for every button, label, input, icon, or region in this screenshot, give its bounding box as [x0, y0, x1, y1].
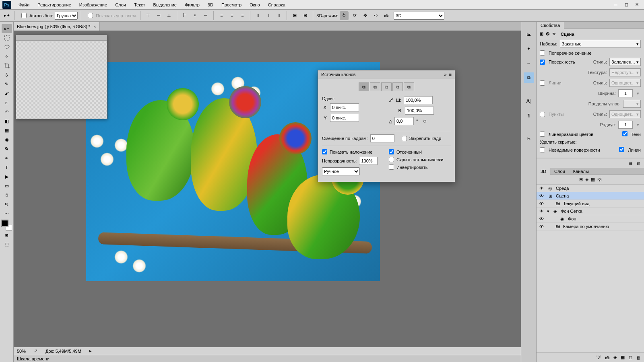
- points-radius-input[interactable]: [618, 121, 633, 129]
- timeline-collapsed[interactable]: Шкала времени: [14, 355, 521, 362]
- filter-material-icon[interactable]: ▦: [591, 177, 595, 182]
- align-vcenter-icon[interactable]: ⊣: [154, 11, 163, 20]
- 3d-roll-icon[interactable]: ⟳: [350, 11, 359, 20]
- menu-image[interactable]: Изображение: [75, 1, 111, 9]
- 3d-orbit-icon[interactable]: ⥁: [340, 11, 349, 20]
- dist-hcenter-icon[interactable]: ⦀: [264, 11, 273, 20]
- visibility-icon[interactable]: 👁︎: [538, 201, 545, 206]
- navigator-panel[interactable]: [16, 35, 107, 119]
- surface-style-select[interactable]: Заполнен...▾: [609, 58, 641, 66]
- window-minimize-button[interactable]: ─: [611, 1, 621, 8]
- lasso-tool[interactable]: [2, 43, 12, 51]
- autoselect-checkbox[interactable]: [21, 13, 27, 18]
- move-tool[interactable]: ▸✦: [2, 24, 12, 33]
- window-close-button[interactable]: ✕: [632, 1, 642, 8]
- menu-select[interactable]: Выделение: [149, 1, 181, 9]
- dock-paragraph-icon[interactable]: ⎓: [524, 58, 534, 68]
- visibility-icon[interactable]: 👁︎: [538, 224, 545, 229]
- linearize-checkbox[interactable]: [540, 132, 545, 137]
- shape-tool[interactable]: ▭: [2, 181, 12, 190]
- new-mesh-icon[interactable]: ◈: [613, 355, 617, 360]
- dodge-tool[interactable]: 🔍︎: [2, 144, 12, 153]
- points-checkbox[interactable]: [540, 112, 545, 117]
- link-icon[interactable]: 🔗︎: [389, 98, 393, 103]
- align-left-icon[interactable]: ⊢: [180, 11, 189, 20]
- scale-w-input[interactable]: [404, 96, 433, 104]
- expand-icon[interactable]: ▾: [547, 209, 549, 214]
- delete-icon[interactable]: 🗑︎: [636, 355, 641, 360]
- opacity-input[interactable]: [359, 157, 378, 165]
- heal-tool[interactable]: ✎: [2, 80, 12, 88]
- pen-tool[interactable]: ✒︎: [2, 154, 12, 162]
- align-bottom-icon[interactable]: ⊥: [165, 11, 173, 20]
- visibility-icon[interactable]: 👁︎: [538, 186, 545, 191]
- tab-layers[interactable]: Слои: [550, 168, 569, 175]
- trash-icon[interactable]: 🗑︎: [636, 161, 641, 166]
- dock-scissors-icon[interactable]: ✂︎: [524, 134, 534, 144]
- autohide-checkbox[interactable]: [389, 157, 394, 162]
- new-object-icon[interactable]: ◻: [629, 355, 632, 360]
- menu-help[interactable]: Справка: [264, 1, 289, 9]
- dock-clone-icon[interactable]: ⧉: [524, 72, 534, 83]
- color-sampler-tool[interactable]: ⋯: [2, 209, 12, 218]
- align-right-icon[interactable]: ⊣: [201, 11, 210, 20]
- reset-transform-icon[interactable]: ⟲: [423, 119, 426, 124]
- zoom-arrow-icon[interactable]: ↗: [34, 348, 37, 354]
- dock-character-icon[interactable]: ✦: [524, 43, 534, 54]
- tab-3d[interactable]: 3D: [537, 168, 550, 175]
- show-overlay-checkbox[interactable]: [322, 149, 327, 154]
- color-swatches[interactable]: [2, 220, 12, 230]
- visibility-icon[interactable]: 👁︎: [538, 216, 545, 221]
- 3d-scene-list[interactable]: 👁︎◎Среда 👁︎⊞Сцена 👁︎📷︎Текущий вид 👁︎▾◈Фо…: [537, 185, 644, 352]
- autoselect-mode-select[interactable]: Группа: [55, 12, 78, 20]
- lines-checkbox[interactable]: [540, 80, 545, 86]
- cross-section-checkbox[interactable]: [540, 50, 545, 56]
- tab-channels[interactable]: Каналы: [569, 168, 593, 175]
- angle-input[interactable]: [394, 117, 414, 125]
- dist-bottom-icon[interactable]: ≡: [238, 11, 247, 20]
- eraser-tool[interactable]: ◧: [2, 117, 12, 125]
- menu-text[interactable]: Текст: [130, 1, 149, 9]
- new-camera-icon[interactable]: 📷︎: [605, 355, 609, 360]
- surface-checkbox[interactable]: [540, 60, 545, 65]
- lock-frame-checkbox[interactable]: [402, 136, 407, 141]
- panel-menu-icon[interactable]: ≡: [449, 72, 452, 77]
- menu-file[interactable]: Файл: [14, 1, 33, 9]
- lines-width-input[interactable]: [618, 89, 633, 97]
- gradient-tool[interactable]: ▦: [2, 126, 12, 135]
- hidden-lines-checkbox[interactable]: [619, 147, 624, 152]
- visibility-icon[interactable]: 👁︎: [538, 209, 545, 214]
- dock-pilcrow-icon[interactable]: ¶: [524, 110, 534, 121]
- visibility-icon[interactable]: 👁︎: [538, 193, 545, 198]
- canvas-area[interactable]: Источник клонов»≡ ⧉ ⧉ ⧉ ⧉ ⧉ Сдвиг: X: Y:: [14, 31, 521, 347]
- dock-histogram-icon[interactable]: 📊︎: [524, 29, 534, 39]
- brush-tool[interactable]: 🖌︎: [2, 89, 12, 98]
- show-handles-checkbox[interactable]: [88, 13, 93, 18]
- list-item[interactable]: 👁︎▾◈Фон Сетка: [537, 208, 644, 215]
- invisible-surfaces-checkbox[interactable]: [540, 147, 545, 152]
- text-tool[interactable]: T: [2, 163, 12, 172]
- auto-align-icon[interactable]: ⊞: [290, 11, 299, 20]
- shadows-checkbox[interactable]: [622, 131, 627, 136]
- filter-scene-icon[interactable]: ⊞: [579, 177, 583, 182]
- history-brush-tool[interactable]: ↶: [2, 107, 12, 116]
- menu-edit[interactable]: Редактирование: [33, 1, 75, 9]
- clone-source-panel[interactable]: Источник клонов»≡ ⧉ ⧉ ⧉ ⧉ ⧉ Сдвиг: X: Y:: [318, 70, 455, 182]
- menu-3d[interactable]: 3D: [204, 1, 217, 9]
- list-item[interactable]: 👁︎◉Фон: [537, 215, 644, 223]
- list-item[interactable]: 👁︎📷︎Камера по умолчанию: [537, 223, 644, 230]
- 3d-camera-icon[interactable]: 📷︎: [382, 11, 390, 20]
- zoom-level[interactable]: 50%: [17, 349, 26, 354]
- new-light-icon[interactable]: 💡︎: [597, 355, 601, 360]
- marquee-tool[interactable]: [2, 33, 12, 42]
- align-top-icon[interactable]: ⊤: [144, 11, 153, 20]
- offset-y-input[interactable]: [330, 114, 359, 122]
- offset-x-input[interactable]: [330, 103, 359, 111]
- stamp-tool[interactable]: ⏍: [2, 98, 12, 107]
- list-item[interactable]: 👁︎📷︎Текущий вид: [537, 200, 644, 208]
- render-button-icon[interactable]: ▦: [628, 160, 632, 166]
- panel-collapse-icon[interactable]: »: [444, 72, 446, 77]
- filter-light-icon[interactable]: 💡︎: [597, 177, 602, 182]
- properties-tab[interactable]: Свойства: [537, 22, 564, 29]
- close-tab-icon[interactable]: ×: [93, 24, 96, 29]
